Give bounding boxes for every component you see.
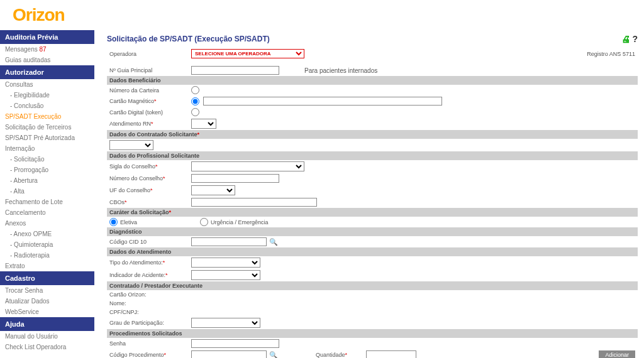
codigo-cid-label: Código CID 10 [109, 239, 191, 245]
numero-conselho-input[interactable] [191, 174, 279, 183]
print-icon[interactable]: 🖨 [621, 34, 630, 44]
urgencia-radio[interactable] [200, 218, 208, 226]
sidebar-item-webservice[interactable]: WebService [0, 306, 94, 317]
contratado-select[interactable] [109, 140, 153, 150]
guia-hint: Para pacientes internados [304, 67, 377, 74]
brand-logo: Orizon [0, 0, 644, 30]
indicador-acidente-select[interactable] [191, 270, 260, 280]
section-beneficiario: Dados Beneficiário [107, 76, 638, 85]
section-executante: Contratado / Prestador Executante [107, 281, 638, 290]
sidebar-item-solicitacao-terceiros[interactable]: Solicitação de Terceiros [0, 122, 94, 133]
help-icon[interactable]: ? [632, 34, 638, 44]
sidebar-item-int-abertura[interactable]: - Abertura [0, 175, 94, 186]
numero-conselho-label: Número do Conselho [109, 175, 191, 182]
numero-carteira-label: Número da Carteira [109, 87, 191, 94]
sidebar: Auditoria Prévia Mensagens 87 Guias audi… [0, 30, 94, 358]
section-procedimentos: Procedimentos Solicitados [107, 329, 638, 338]
cartao-magnetico-input[interactable] [203, 97, 442, 106]
sidebar-item-trocar-senha[interactable]: Trocar Senha [0, 285, 94, 296]
nome-label: Nome: [109, 300, 191, 306]
adicionar-button[interactable]: Adicionar [599, 350, 635, 358]
cpf-cnpj-label: CPF/CNPJ: [109, 309, 191, 315]
sidebar-item-anexos[interactable]: Anexos [0, 218, 94, 229]
sidebar-item-elegibilidade[interactable]: - Elegibilidade [0, 90, 94, 100]
search-icon[interactable]: 🔍 [269, 351, 278, 359]
sidebar-section-cadastro: Cadastro [0, 271, 94, 285]
eletiva-radio[interactable] [109, 218, 118, 226]
sidebar-item-extrato[interactable]: Extrato [0, 261, 94, 271]
section-contratado: Dados do Contratado Solicitante [107, 130, 638, 139]
sidebar-item-internacao[interactable]: Internação [0, 143, 94, 154]
indicador-acidente-label: Indicador de Acidente: [109, 272, 191, 278]
mensagens-badge: 87 [39, 46, 46, 53]
cartao-magnetico-radio[interactable] [191, 97, 199, 106]
sidebar-item-conclusao[interactable]: - Conclusão [0, 100, 94, 111]
tipo-atendimento-label: Tipo do Atendimento: [109, 259, 191, 266]
eletiva-label: Eletiva [120, 219, 137, 225]
guia-principal-input[interactable] [191, 66, 279, 75]
grau-participacao-select[interactable] [191, 318, 260, 328]
sidebar-item-int-alta[interactable]: - Alta [0, 186, 94, 197]
atendimento-rn-select[interactable] [191, 119, 216, 129]
codigo-cid-input[interactable] [191, 237, 267, 246]
sidebar-item-label: Mensagens [5, 46, 38, 53]
quantidade-label: Quantidade [316, 352, 347, 358]
operadora-label: Operadora [109, 51, 191, 57]
sidebar-item-int-prorrogacao[interactable]: - Prorrogação [0, 165, 94, 175]
sidebar-section-ajuda: Ajuda [0, 317, 94, 331]
urgencia-label: Urgência / Emergência [211, 219, 269, 225]
search-icon[interactable]: 🔍 [269, 238, 278, 246]
sidebar-item-quimioterapia[interactable]: - Quimioterapia [0, 239, 94, 250]
sidebar-item-atualizar-dados[interactable]: Atualizar Dados [0, 296, 94, 306]
section-diagnostico: Diagnóstico [107, 227, 638, 236]
sidebar-item-checklist[interactable]: Check List Operadora [0, 342, 94, 352]
sidebar-item-anexo-opme[interactable]: - Anexo OPME [0, 229, 94, 239]
section-carater: Caráter da Solicitação [107, 208, 638, 217]
page-title: Solicitação de SP/SADT (Execução SP/SADT… [107, 35, 270, 43]
atendimento-rn-label: Atendimento RN [109, 121, 191, 127]
sigla-conselho-label: Sigla do Conselho [109, 163, 191, 170]
sidebar-item-fechamento-lote[interactable]: Fechamento de Lote [0, 197, 94, 207]
sidebar-item-consultas[interactable]: Consultas [0, 79, 94, 90]
sidebar-section-autorizador: Autorizador [0, 65, 94, 79]
operadora-select[interactable]: SELECIONE UMA OPERADORA [191, 49, 304, 58]
codigo-procedimento-input[interactable] [191, 350, 267, 358]
sidebar-item-int-solicitacao[interactable]: - Solicitação [0, 154, 94, 165]
cbos-label: CBOs [109, 199, 191, 205]
sidebar-item-manual[interactable]: Manual do Usuário [0, 331, 94, 342]
sidebar-item-radioterapia[interactable]: - Radioterapia [0, 250, 94, 261]
numero-carteira-radio[interactable] [191, 86, 199, 94]
cartao-magnetico-label: Cartão Magnético [109, 98, 191, 104]
sidebar-item-cancelamento[interactable]: Cancelamento [0, 207, 94, 218]
sidebar-item-spsadt-execucao[interactable]: SP/SADT Execução [0, 111, 94, 122]
sidebar-item-guias-auditadas[interactable]: Guias auditadas [0, 55, 94, 65]
registro-ans-value: 5711 [623, 51, 635, 57]
sidebar-section-auditoria: Auditoria Prévia [0, 30, 94, 44]
sidebar-item-spsadt-pre[interactable]: SP/SADT Pré Autorizada [0, 133, 94, 143]
senha-input[interactable] [191, 339, 279, 348]
uf-conselho-label: UF do Conselho [109, 187, 191, 193]
cartao-digital-radio[interactable] [191, 108, 199, 116]
sidebar-item-mensagens[interactable]: Mensagens 87 [0, 44, 94, 55]
registro-ans-label: Registro ANS [587, 51, 621, 57]
sigla-conselho-select[interactable] [191, 161, 304, 171]
cartao-orizon-label: Cartão Orizon: [109, 291, 191, 298]
main-content: Solicitação de SP/SADT (Execução SP/SADT… [94, 30, 644, 358]
cbos-input[interactable] [191, 198, 317, 207]
cartao-digital-label: Cartão Digital (token) [109, 109, 191, 116]
codigo-procedimento-label: Código Procedimento [109, 352, 191, 358]
guia-principal-label: Nº Guia Principal [109, 67, 191, 73]
section-atendimento: Dados do Atendimento [107, 247, 638, 256]
senha-label: Senha [109, 340, 191, 347]
grau-participacao-label: Grau de Participação: [109, 320, 191, 326]
tipo-atendimento-select[interactable] [191, 258, 260, 268]
uf-conselho-select[interactable] [191, 185, 235, 195]
section-profissional: Dados do Profissional Solicitante [107, 151, 638, 160]
quantidade-input[interactable] [366, 350, 416, 358]
